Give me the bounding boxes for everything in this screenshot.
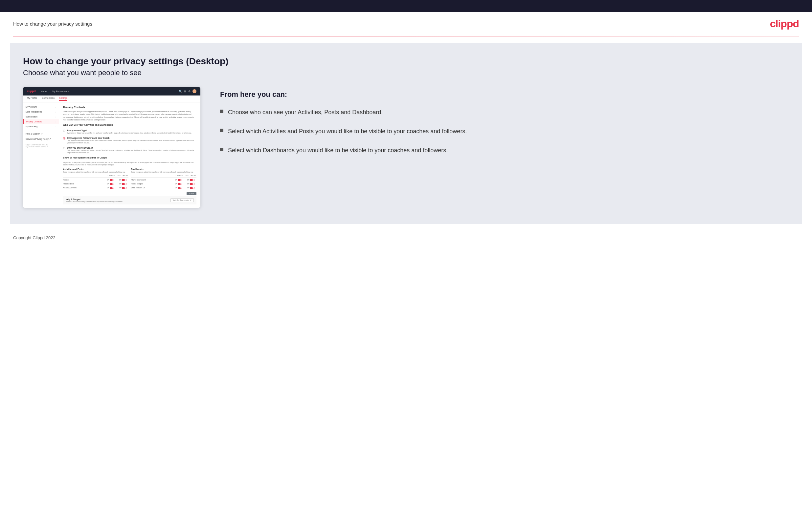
right-panel: From here you can: Choose who can see yo…	[213, 87, 789, 155]
round-insights-followers-toggle[interactable]: ON	[185, 183, 196, 185]
main-content: How to change your privacy settings (Des…	[10, 43, 802, 224]
external-link-icon: ↗	[190, 199, 192, 201]
footer-text: Copyright Clippd 2022	[13, 235, 55, 240]
mini-nav-home[interactable]: Home	[41, 90, 47, 93]
radio-everyone-desc: Everyone on Clippd can search for you an…	[67, 132, 192, 134]
header: How to change your privacy settings clip…	[0, 12, 812, 36]
practice-coaches-toggle[interactable]: ON	[105, 183, 116, 185]
practice-drills-row: Practice Drills ON ON	[63, 182, 129, 186]
radio-coach-label: Only You and Your Coach	[67, 147, 196, 149]
screenshot-mockup: clippd Home My Performance 🔍 ⊞ ⚙ My Prof…	[23, 87, 200, 208]
content-layout: clippd Home My Performance 🔍 ⊞ ⚙ My Prof…	[23, 87, 789, 208]
show-hide-title: Show or hide specific features in Clippd	[63, 157, 196, 160]
visit-community-button[interactable]: Visit Our Community ↗	[170, 198, 194, 202]
radio-followers[interactable]: Only Approved Followers and Your Coach O…	[63, 137, 196, 144]
search-icon[interactable]: 🔍	[179, 90, 182, 93]
radio-everyone[interactable]: Everyone on Clippd Everyone on Clippd ca…	[63, 129, 196, 134]
mini-app: clippd Home My Performance 🔍 ⊞ ⚙ My Prof…	[23, 87, 200, 208]
manual-followers-toggle[interactable]: ON	[117, 187, 129, 189]
dashboards-title: Dashboards	[131, 168, 196, 170]
chevron-right-icon: ›	[55, 106, 56, 108]
show-hide-desc: Regardless of the privacy controls that …	[63, 161, 196, 166]
mini-sub-nav: My Profile Connections Settings	[23, 96, 200, 102]
bullet-item-1: Choose who can see your Activities, Post…	[220, 108, 789, 116]
sidebar-item-privacy[interactable]: Privacy Controls ›	[23, 119, 59, 124]
mini-nav: clippd Home My Performance 🔍 ⊞ ⚙	[23, 87, 200, 96]
sidebar-version: Clippd Client Version: 2022.8.2SQL Serve…	[23, 142, 59, 150]
toggle-tables: Activities and Posts Select the types of…	[63, 168, 196, 190]
mini-nav-icons: 🔍 ⊞ ⚙	[179, 89, 196, 93]
chevron-right-icon: ›	[55, 111, 56, 113]
tab-my-profile[interactable]: My Profile	[27, 97, 37, 101]
sidebar-item-subscription[interactable]: Subscription ›	[23, 114, 59, 119]
sidebar-item-account[interactable]: My Account ›	[23, 104, 59, 109]
bullet-icon-1	[220, 110, 223, 113]
privacy-controls-desc: Control how you and your data appears to…	[63, 110, 196, 121]
sidebar-item-policy[interactable]: Service & Privacy Policy ↗	[23, 136, 59, 142]
activities-table-header: COACHES FOLLOWERS	[63, 175, 129, 177]
help-title: Help & Support	[66, 198, 123, 201]
dashboards-table-header: COACHES FOLLOWERS	[131, 175, 196, 177]
practice-followers-toggle[interactable]: ON	[117, 183, 129, 185]
rounds-followers-toggle[interactable]: ON	[117, 179, 129, 181]
radio-followers-button[interactable]	[63, 137, 65, 139]
radio-followers-desc: Only approved followers and coaches you …	[67, 139, 196, 144]
top-bar	[0, 0, 812, 12]
bullet-list: Choose who can see your Activities, Post…	[220, 108, 789, 155]
followers-header: FOLLOWERS	[117, 175, 129, 177]
rounds-coaches-toggle[interactable]: ON	[105, 179, 116, 181]
sidebar-divider	[23, 130, 59, 130]
rounds-row: Rounds ON ON	[63, 178, 129, 182]
bullet-text-1: Choose who can see your Activities, Post…	[228, 108, 383, 116]
mini-body: My Account › Data Integrations › Subscri…	[23, 102, 200, 208]
tab-connections[interactable]: Connections	[42, 97, 55, 101]
bullet-text-2: Select which Activities and Posts you wo…	[228, 127, 467, 135]
coaches-header: COACHES	[105, 175, 116, 177]
player-dash-followers-toggle[interactable]: ON	[185, 179, 196, 181]
sidebar-item-golf-bag[interactable]: My Golf Bag ›	[23, 124, 59, 129]
help-section: Help & Support Visit our Clippd communit…	[63, 196, 196, 205]
settings-icon[interactable]: ⚙	[188, 90, 191, 93]
player-dash-coaches-toggle[interactable]: ON	[173, 179, 184, 181]
mini-nav-performance[interactable]: My Performance	[52, 90, 69, 93]
page-subheading: Choose what you want people to see	[23, 69, 789, 77]
sidebar-item-data[interactable]: Data Integrations ›	[23, 109, 59, 114]
grid-icon[interactable]: ⊞	[184, 90, 186, 93]
what-work-followers-toggle[interactable]: ON	[185, 187, 196, 189]
page-heading: How to change your privacy settings (Des…	[23, 56, 789, 67]
chevron-right-icon: ›	[55, 121, 56, 123]
dashboards-desc: Select the types of activity that you'd …	[131, 171, 196, 173]
save-row: Save	[63, 192, 196, 195]
tab-settings[interactable]: Settings	[59, 97, 67, 101]
radio-coach-button[interactable]	[63, 147, 65, 149]
round-insights-coaches-toggle[interactable]: ON	[173, 183, 184, 185]
privacy-controls-title: Privacy Controls	[63, 106, 196, 109]
mini-main-panel: Privacy Controls Control how you and you…	[59, 102, 200, 208]
what-work-coaches-toggle[interactable]: ON	[173, 187, 184, 189]
sidebar-item-help[interactable]: Help & Support ↗	[23, 131, 59, 136]
dash-coaches-header: COACHES	[173, 175, 184, 177]
dash-followers-header: FOLLOWERS	[185, 175, 196, 177]
dashboards-section: Dashboards Select the types of activity …	[131, 168, 196, 190]
logo: clippd	[770, 18, 799, 30]
bullet-item-3: Select which Dashboards you would like t…	[220, 146, 789, 155]
header-title: How to change your privacy settings	[13, 21, 92, 26]
radio-coach-only[interactable]: Only You and Your Coach Only you and the…	[63, 147, 196, 154]
radio-group: Everyone on Clippd Everyone on Clippd ca…	[63, 129, 196, 154]
mini-nav-logo: clippd	[27, 90, 36, 93]
save-button[interactable]: Save	[187, 192, 196, 195]
radio-followers-label: Only Approved Followers and Your Coach	[67, 137, 196, 139]
bullet-item-2: Select which Activities and Posts you wo…	[220, 127, 789, 135]
manual-coaches-toggle[interactable]: ON	[105, 187, 116, 189]
radio-everyone-button[interactable]	[63, 130, 65, 132]
chevron-right-icon: ›	[55, 126, 56, 128]
avatar[interactable]	[193, 89, 196, 93]
who-can-see-title: Who Can See Your Activities and Dashboar…	[63, 124, 196, 127]
bullet-icon-2	[220, 129, 223, 132]
player-dashboard-row: Player Dashboard ON ON	[131, 178, 196, 182]
activities-posts-desc: Select the types of activity that you'd …	[63, 171, 129, 173]
activities-posts-title: Activities and Posts	[63, 168, 129, 170]
radio-coach-desc: Only you and the coaches you connect wit…	[67, 149, 196, 154]
from-here-title: From here you can:	[220, 90, 789, 99]
footer: Copyright Clippd 2022	[0, 231, 812, 245]
